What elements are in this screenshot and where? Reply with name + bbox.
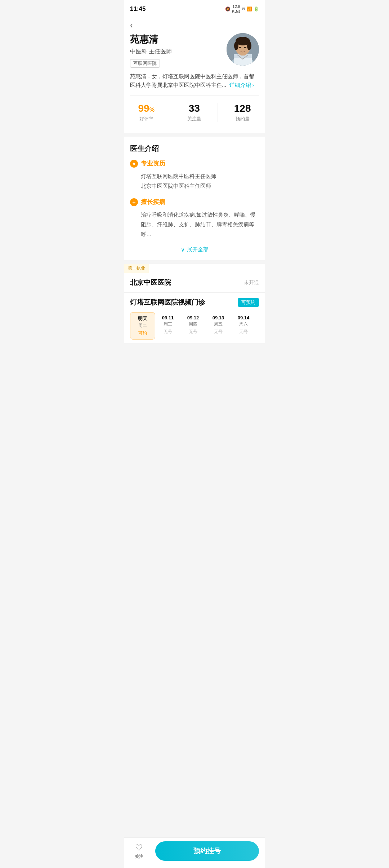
- date-availability: 无号: [233, 329, 254, 335]
- qualification-section: ★ 专业资历 灯塔互联网医院中医科主任医师 北京中医医院中医科主任医师: [130, 159, 259, 191]
- qualification-title-row: ★ 专业资历: [130, 159, 259, 168]
- video-clinic-header: 灯塔互联网医院视频门诊 可预约: [130, 298, 259, 307]
- date-label: 09.14: [233, 315, 254, 320]
- avatar: [227, 33, 259, 66]
- date-availability: 无号: [157, 329, 178, 335]
- date-sub: 周五: [208, 321, 229, 327]
- date-label: 09.12: [183, 315, 204, 320]
- specialty-title: 擅长疾病: [141, 198, 165, 206]
- hospital-section: 第一执业 北京中医医院 未开通 灯塔互联网医院视频门诊 可预约 明天 周二 可约: [124, 264, 265, 343]
- stat-appoint: 128 预约量: [234, 103, 251, 122]
- divider: [171, 103, 171, 122]
- date-sub: 周日: [258, 321, 259, 327]
- date-availability: 无号: [183, 329, 204, 335]
- date-sub: 周四: [183, 321, 204, 327]
- qualification-item: 北京中医医院中医科主任医师: [141, 181, 259, 191]
- sim-icon: ✉: [242, 6, 245, 12]
- network-speed: 12.8KB/s: [232, 4, 240, 14]
- follow-count-value: 33: [187, 103, 201, 114]
- page-container: 11:45 🔕 12.8KB/s ✉ 📶 🔋 ‹ 苑惠清 中医科 主任医师 互联…: [124, 0, 265, 376]
- date-item-0913[interactable]: 09.13 周五 无号: [206, 312, 231, 340]
- specialty-title-row: + 擅长疾病: [130, 198, 259, 206]
- date-sub: 周六: [233, 321, 254, 327]
- qualification-item: 灯塔互联网医院中医科主任医师: [141, 171, 259, 181]
- good-rate-value: 99%: [138, 103, 154, 114]
- status-available-badge: 可预约: [238, 298, 259, 307]
- specialty-content: 治疗呼吸和消化道疾病,如过敏性鼻炎、哮喘、慢阻肺、纤维肺、支扩、肺结节、脾胃相关…: [130, 210, 259, 239]
- expand-button[interactable]: ∨ 展开全部: [130, 246, 259, 253]
- chevron-down-icon: ∨: [181, 247, 185, 253]
- hospital-item-beijing: 北京中医医院 未开通: [124, 273, 265, 293]
- introduction-card: 医生介绍 ★ 专业资历 灯塔互联网医院中医科主任医师 北京中医医院中医科主任医师…: [124, 137, 265, 260]
- svg-point-7: [234, 41, 238, 50]
- status-bar: 11:45 🔕 12.8KB/s ✉ 📶 🔋: [124, 0, 265, 17]
- date-label: 09.11: [157, 315, 178, 320]
- date-label: 09.15: [258, 315, 259, 320]
- qualification-title: 专业资历: [141, 159, 165, 168]
- date-item-0911[interactable]: 09.11 周三 无号: [155, 312, 180, 340]
- video-clinic-name: 灯塔互联网医院视频门诊: [130, 298, 205, 307]
- date-availability: 可约: [133, 330, 153, 336]
- date-label: 明天: [133, 315, 153, 322]
- date-sub: 周二: [133, 323, 153, 329]
- introduction-title: 医生介绍: [130, 144, 259, 154]
- stats-row: 99% 好评率 33 关注量 128 预约量: [130, 95, 259, 126]
- date-label: 09.13: [208, 315, 229, 320]
- video-clinic-section: 灯塔互联网医院视频门诊 可预约 明天 周二 可约 09.11 周三 无号 09.…: [124, 293, 265, 343]
- profile-info: 苑惠清 中医科 主任医师 互联网医院: [130, 33, 222, 72]
- date-item-0914[interactable]: 09.14 周六 无号: [231, 312, 256, 340]
- date-item-tomorrow[interactable]: 明天 周二 可约: [130, 312, 155, 340]
- battery-icon: 🔋: [254, 6, 259, 12]
- status-unavailable-badge: 未开通: [244, 279, 259, 286]
- status-time: 11:45: [130, 5, 146, 13]
- specialty-section: + 擅长疾病 治疗呼吸和消化道疾病,如过敏性鼻炎、哮喘、慢阻肺、纤维肺、支扩、肺…: [130, 198, 259, 239]
- hospital-name-beijing: 北京中医医院: [130, 278, 171, 287]
- stat-follow: 33 关注量: [187, 103, 201, 122]
- doctor-name: 苑惠清: [130, 33, 222, 46]
- date-availability: 无号: [208, 329, 229, 335]
- svg-point-10: [244, 47, 246, 48]
- stat-good-rate: 99% 好评率: [138, 103, 154, 122]
- profile-section: 苑惠清 中医科 主任医师 互联网医院: [124, 33, 265, 133]
- profile-header: 苑惠清 中医科 主任医师 互联网医院: [130, 33, 259, 72]
- doctor-department: 中医科 主任医师: [130, 48, 222, 56]
- status-icons: 🔕 12.8KB/s ✉ 📶 🔋: [225, 4, 259, 14]
- hospital-badge: 互联网医院: [130, 59, 160, 68]
- svg-point-8: [247, 41, 251, 50]
- hospital-item-header: 北京中医医院 未开通: [130, 278, 259, 287]
- bio-text: 苑惠清，女，灯塔互联网医院中医科主任医师，首都医科大学附属北京中医医院中医科主任…: [130, 72, 259, 89]
- svg-point-9: [239, 47, 241, 48]
- divider2: [218, 103, 218, 122]
- star-icon: ★: [130, 160, 138, 168]
- back-button[interactable]: ‹: [124, 17, 265, 33]
- bio-detail-link[interactable]: 详细介绍 ›: [229, 82, 254, 88]
- date-sub: 周三: [157, 321, 178, 327]
- first-practice-label: 第一执业: [124, 264, 149, 273]
- wifi-icon: 📶: [247, 6, 252, 12]
- qualification-content: 灯塔互联网医院中医科主任医师 北京中医医院中医科主任医师: [130, 171, 259, 191]
- appoint-label: 预约量: [234, 116, 251, 122]
- follow-label: 关注量: [187, 116, 201, 122]
- plus-icon: +: [130, 198, 138, 206]
- date-scroll[interactable]: 明天 周二 可约 09.11 周三 无号 09.12 周四 无号 09.13 周…: [130, 312, 259, 343]
- mute-icon: 🔕: [225, 6, 231, 12]
- date-item-0915[interactable]: 09.15 周日 无号: [256, 312, 259, 340]
- date-availability: 无号: [258, 329, 259, 335]
- appoint-count-value: 128: [234, 103, 251, 114]
- date-item-0912[interactable]: 09.12 周四 无号: [180, 312, 206, 340]
- good-rate-label: 好评率: [138, 116, 154, 122]
